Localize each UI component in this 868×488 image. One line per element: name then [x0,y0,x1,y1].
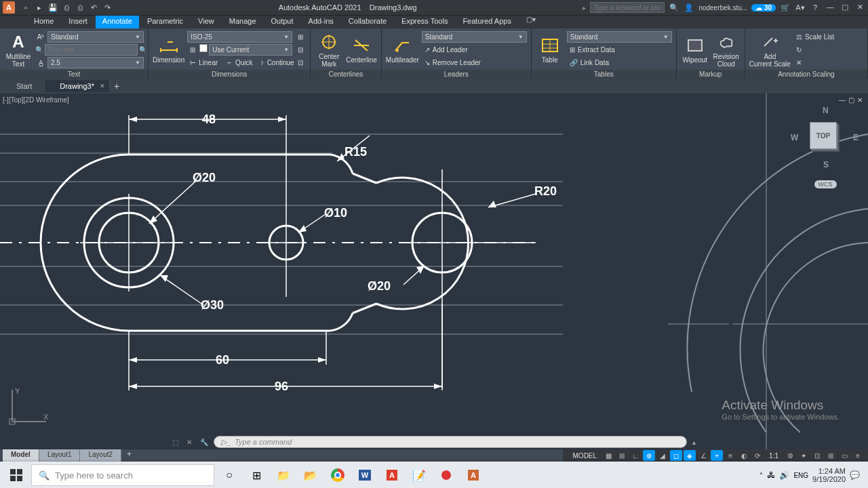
task-explorer-icon[interactable]: 📁 [271,464,296,486]
scale-del-icon[interactable]: ✕ [793,57,804,68]
layout-tab-add[interactable]: + [121,449,137,462]
tab-annotate[interactable]: Annotate [96,16,139,28]
table-style-combo[interactable]: Standard▼ [567,31,672,43]
panel-leaders-label[interactable]: Leaders [382,70,531,79]
minimize-button[interactable]: — [825,3,835,12]
dim-tool3-icon[interactable]: ⊡ [295,57,306,68]
wcs-badge[interactable]: WCS [814,180,837,188]
help-icon[interactable]: ? [810,2,821,13]
find-text-input[interactable] [45,44,138,56]
tab-expresstools[interactable]: Express Tools [395,16,454,28]
open-icon[interactable]: ▸ [34,2,45,13]
status-3dosnap-icon[interactable]: ◈ [684,450,696,461]
dim-style-combo[interactable]: ISO-25▼ [187,31,292,43]
tray-notifications-icon[interactable]: 💬 [850,470,860,480]
status-workspace-icon[interactable]: ⊡ [811,450,823,461]
status-scale-label[interactable]: 1:1 [765,452,783,460]
scale-list-button[interactable]: ⚖ Scale List [793,31,837,43]
task-notepad-icon[interactable]: 📝 [407,464,431,486]
scale-sync-icon[interactable]: ↻ [793,44,804,56]
wipeout-button[interactable]: Wipeout [681,36,709,64]
dim-layer-combo[interactable]: Use Current▼ [209,44,292,56]
center-mark-button[interactable]: Center Mark [315,33,343,68]
multileader-button[interactable]: Multileader [386,36,419,64]
status-anno-icon[interactable]: ✦ [797,450,810,461]
tab-home[interactable]: Home [27,16,60,28]
add-current-scale-button[interactable]: Add Current Scale [749,33,791,68]
tab-view[interactable]: View [191,16,221,28]
status-customize-icon[interactable]: ≡ [852,450,864,461]
user-name-label[interactable]: nodeerbek.stu... [698,4,747,12]
table-button[interactable]: Table [536,36,564,64]
status-iso-icon[interactable]: ◢ [656,450,669,461]
tab-parametric[interactable]: Parametric [140,16,190,28]
status-gear-icon[interactable]: ⚙ [784,450,796,461]
taskbar-search-input[interactable]: 🔍 Type here to search [31,464,214,486]
task-pdf-icon[interactable]: A [380,464,404,486]
status-snapmode-icon[interactable]: ⊞ [616,450,628,461]
status-polar-icon[interactable]: ⊕ [643,450,655,461]
plot-icon[interactable]: ⎙ [75,2,85,13]
tab-addins[interactable]: Add-ins [302,16,340,28]
layout-tab-model[interactable]: Model [3,449,39,462]
search-icon[interactable]: 🔍 [669,2,679,13]
save-icon[interactable]: 💾 [47,2,58,13]
compass-s[interactable]: S [823,160,829,169]
tray-lang-icon[interactable]: ENG [793,472,808,479]
dim-tool2-icon[interactable]: ⊟ [295,44,306,56]
quick-button[interactable]: ⫟ Quick [223,57,256,68]
status-otrack-icon[interactable]: ∠ [697,450,709,461]
drawing-canvas[interactable]: 48 60 96 Ø20 Ø30 [0,94,868,449]
cmd-recent-icon[interactable]: ⬚ [170,439,181,446]
tab-featuredapps[interactable]: Featured Apps [456,16,518,28]
status-grid-icon[interactable]: ▦ [602,450,614,461]
task-autocad-icon[interactable]: A [461,464,486,486]
apps-icon[interactable]: A▾ [795,2,806,13]
status-ortho-icon[interactable]: ∟ [629,450,642,461]
cmd-expand-icon[interactable]: ▴ [690,439,698,446]
cmd-customize-icon[interactable]: 🔧 [197,439,211,446]
saveas-icon[interactable]: ⎙ [61,2,72,13]
continue-button[interactable]: ⊦ Continue [258,57,297,68]
cart-icon[interactable]: 🛒 [780,2,791,13]
tab-output[interactable]: Output [264,16,300,28]
extract-data-button[interactable]: ⊞ Extract Data [567,44,672,56]
layout-tab-layout1[interactable]: Layout1 [39,449,81,462]
panel-text-label[interactable]: Text [0,70,148,79]
tray-clock[interactable]: 1:24 AM 9/19/2020 [812,467,846,483]
linear-button[interactable]: ⊢ Linear [187,57,220,68]
status-cycling-icon[interactable]: ⟳ [751,450,764,461]
view-cube-top[interactable]: TOP [810,122,837,149]
file-tab-add-button[interactable]: + [108,81,125,92]
file-tab-drawing[interactable]: Drawing3* ✕ [46,80,108,92]
task-taskview-icon[interactable]: ⊞ [244,464,269,486]
tab-manage[interactable]: Manage [222,16,263,28]
remove-leader-button[interactable]: ↘ Remove Leader [422,57,527,68]
text-style-combo[interactable]: Standard▼ [47,31,144,43]
task-folder-icon[interactable]: 📂 [298,464,323,486]
tab-insert[interactable]: Insert [62,16,94,28]
status-dyn-icon[interactable]: + [711,450,723,461]
tray-up-icon[interactable]: ˄ [760,472,763,479]
status-monitor-icon[interactable]: ⊞ [825,450,837,461]
view-cube[interactable]: N S E W TOP WCS [795,107,856,188]
close-button[interactable]: ✕ [854,3,865,12]
dim-tool1-icon[interactable]: ⊞ [295,31,306,43]
layout-tab-layout2[interactable]: Layout2 [80,449,121,462]
dimension-button[interactable]: Dimension [153,36,184,64]
status-clean-icon[interactable]: ▭ [838,450,850,461]
tab-overflow-icon[interactable]: ▢▾ [526,16,536,28]
task-cortana-icon[interactable]: ○ [217,464,241,486]
compass-n[interactable]: N [823,106,829,115]
panel-dimensions-label[interactable]: Dimensions [149,70,310,79]
compass-e[interactable]: E [853,133,859,142]
file-tab-start[interactable]: Start [3,80,46,92]
undo-icon[interactable]: ↶ [88,2,99,13]
text-height-combo[interactable]: 2.5▼ [47,57,144,68]
leader-style-combo[interactable]: Standard▼ [422,31,527,43]
compass-w[interactable]: W [791,133,798,142]
tab-collaborate[interactable]: Collaborate [342,16,393,28]
panel-tables-label[interactable]: Tables [532,70,676,79]
tray-network-icon[interactable]: 🖧 [767,470,775,480]
task-word-icon[interactable]: W [353,464,377,486]
